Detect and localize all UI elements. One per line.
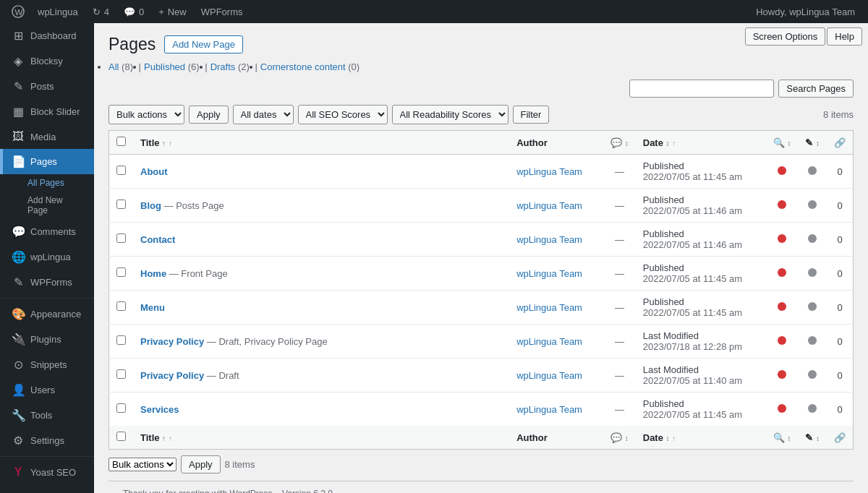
row-author-link[interactable]: wpLingua Team bbox=[516, 268, 582, 279]
row-author-link[interactable]: wpLingua Team bbox=[516, 404, 582, 415]
row-checkbox[interactable] bbox=[116, 166, 126, 175]
all-filter-link[interactable]: All bbox=[109, 61, 119, 72]
all-seo-select[interactable]: All SEO Scores bbox=[298, 105, 388, 124]
new-content[interactable]: + New bbox=[151, 0, 194, 23]
wpforms-admin[interactable]: WPForms bbox=[194, 0, 250, 23]
row-checkbox[interactable] bbox=[116, 233, 126, 243]
row-title-link[interactable]: Services bbox=[140, 404, 179, 415]
blocksy-icon: ◈ bbox=[12, 54, 25, 68]
sidebar-item-blocksy[interactable]: ◈ Blocksy bbox=[0, 48, 94, 74]
row-title-cell: About bbox=[133, 155, 509, 189]
search-input[interactable] bbox=[629, 80, 774, 98]
help-button[interactable]: Help bbox=[827, 27, 862, 46]
bulk-actions-select-top[interactable]: Bulk actions bbox=[109, 105, 184, 124]
howdy-user[interactable]: Howdy, wpLingua Team bbox=[749, 0, 862, 23]
row-seo-dot bbox=[778, 336, 786, 345]
block-slider-icon: ▦ bbox=[12, 105, 25, 119]
filter-button[interactable]: Filter bbox=[513, 106, 550, 124]
wp-logo[interactable]: W bbox=[6, 0, 30, 23]
row-title-link[interactable]: Privacy Policy bbox=[140, 336, 204, 347]
row-author-link[interactable]: wpLingua Team bbox=[516, 166, 582, 177]
row-dash: — bbox=[615, 268, 624, 279]
select-all-bottom-checkbox[interactable] bbox=[116, 432, 126, 441]
row-title-link[interactable]: Home bbox=[140, 268, 166, 279]
row-title-link[interactable]: Menu bbox=[140, 302, 165, 313]
search-pages-button[interactable]: Search Pages bbox=[778, 80, 854, 98]
row-title-link[interactable]: Blog bbox=[140, 200, 161, 211]
drafts-filter-link[interactable]: Drafts bbox=[210, 61, 236, 72]
row-checkbox[interactable] bbox=[116, 335, 126, 345]
row-dash: — bbox=[615, 404, 624, 415]
sidebar-item-yoast-seo[interactable]: Y Yoast SEO bbox=[0, 460, 94, 484]
all-count: (8) bbox=[122, 61, 133, 72]
sidebar-item-snippets[interactable]: ⊙ Snippets bbox=[0, 352, 94, 377]
tfoot-title[interactable]: Title ↑ bbox=[133, 426, 509, 450]
row-date-status: Published bbox=[643, 194, 684, 205]
tfoot-date[interactable]: Date ↕ bbox=[636, 426, 766, 450]
row-title-link[interactable]: Contact bbox=[140, 234, 175, 245]
th-title[interactable]: Title ↑ bbox=[133, 131, 509, 155]
th-date[interactable]: Date ↕ bbox=[636, 131, 766, 155]
row-title-cell: Menu bbox=[133, 291, 509, 325]
sidebar-item-label: Block Slider bbox=[30, 106, 80, 117]
th-seo: 🔍 ↕ bbox=[766, 131, 799, 155]
sidebar-item-users[interactable]: 👤 Users bbox=[0, 377, 94, 403]
users-icon: 👤 bbox=[12, 383, 25, 397]
comments-count[interactable]: 💬 0 bbox=[116, 0, 151, 23]
sidebar-item-label: wpLingua bbox=[30, 252, 71, 262]
row-date-value: 2022/07/05 at 11:45 am bbox=[643, 273, 742, 284]
row-checkbox[interactable] bbox=[116, 403, 126, 413]
row-num-value: 0 bbox=[837, 302, 842, 313]
row-checkbox[interactable] bbox=[116, 369, 126, 379]
sidebar-item-tools[interactable]: 🔧 Tools bbox=[0, 403, 94, 428]
cornerstone-filter-link[interactable]: Cornerstone content bbox=[260, 61, 346, 72]
row-title-link[interactable]: About bbox=[140, 166, 168, 177]
apply-button-bottom[interactable]: Apply bbox=[181, 455, 221, 473]
row-date-status: Published bbox=[643, 160, 684, 171]
published-filter-link[interactable]: Published bbox=[144, 61, 185, 72]
sidebar-item-dashboard[interactable]: ⊞ Dashboard bbox=[0, 23, 94, 48]
bulk-actions-select-bottom[interactable]: Bulk actions bbox=[109, 458, 176, 471]
screen-options-button[interactable]: Screen Options bbox=[745, 27, 826, 46]
submenu-add-new-page[interactable]: Add New Page bbox=[0, 192, 94, 219]
row-author-link[interactable]: wpLingua Team bbox=[516, 370, 582, 381]
sidebar-item-settings[interactable]: ⚙ Settings bbox=[0, 428, 94, 453]
row-author-link[interactable]: wpLingua Team bbox=[516, 234, 582, 245]
row-read-dot bbox=[808, 268, 817, 277]
sidebar-item-appearance[interactable]: 🎨 Appearance bbox=[0, 301, 94, 327]
submenu-all-pages[interactable]: All Pages bbox=[0, 174, 94, 192]
sidebar-item-post-types[interactable]: ◉ Post Types bbox=[0, 484, 94, 493]
all-dates-select[interactable]: All dates bbox=[233, 105, 294, 124]
subsubsub-nav: All (8) | Published (6) | Drafts (2) | bbox=[109, 61, 854, 72]
sidebar-item-wpforms[interactable]: ✎ WPForms bbox=[0, 270, 94, 295]
sidebar-item-comments[interactable]: 💬 Comments bbox=[0, 219, 94, 244]
sidebar-item-block-slider[interactable]: ▦ Block Slider bbox=[0, 99, 94, 124]
sidebar-item-label: Yoast SEO bbox=[30, 467, 76, 478]
adminbar-right: Howdy, wpLingua Team bbox=[749, 0, 862, 23]
sidebar-item-posts[interactable]: ✎ Posts bbox=[0, 74, 94, 99]
post-types-icon: ◉ bbox=[12, 490, 25, 493]
row-checkbox-cell bbox=[109, 223, 134, 257]
apply-button-top[interactable]: Apply bbox=[189, 106, 229, 124]
sidebar-item-wplingua[interactable]: 🌐 wpLingua bbox=[0, 244, 94, 270]
row-author-link[interactable]: wpLingua Team bbox=[516, 302, 582, 313]
row-num-value: 0 bbox=[837, 370, 842, 381]
th-comment-icon: 💬 ↕ bbox=[603, 131, 636, 155]
add-new-page-button[interactable]: Add New Page bbox=[164, 35, 243, 53]
site-name[interactable]: wpLingua bbox=[30, 0, 85, 23]
row-checkbox[interactable] bbox=[116, 200, 126, 209]
sidebar-item-plugins[interactable]: 🔌 Plugins bbox=[0, 327, 94, 352]
row-checkbox[interactable] bbox=[116, 301, 126, 311]
row-title-link[interactable]: Privacy Policy bbox=[140, 370, 204, 381]
row-title-cell: Services bbox=[133, 393, 509, 426]
sidebar-item-media[interactable]: 🖼 Media bbox=[0, 124, 94, 149]
select-all-checkbox[interactable] bbox=[116, 137, 126, 146]
row-checkbox[interactable] bbox=[116, 267, 126, 277]
row-author-link[interactable]: wpLingua Team bbox=[516, 336, 582, 347]
all-readability-select[interactable]: All Readability Scores bbox=[392, 105, 509, 124]
updates-count[interactable]: ↻ 4 bbox=[85, 0, 116, 23]
row-readability-cell bbox=[798, 393, 827, 426]
row-author-link[interactable]: wpLingua Team bbox=[516, 200, 582, 211]
row-num-cell: 0 bbox=[827, 291, 854, 325]
sidebar-item-pages[interactable]: 📄 Pages bbox=[0, 149, 94, 174]
